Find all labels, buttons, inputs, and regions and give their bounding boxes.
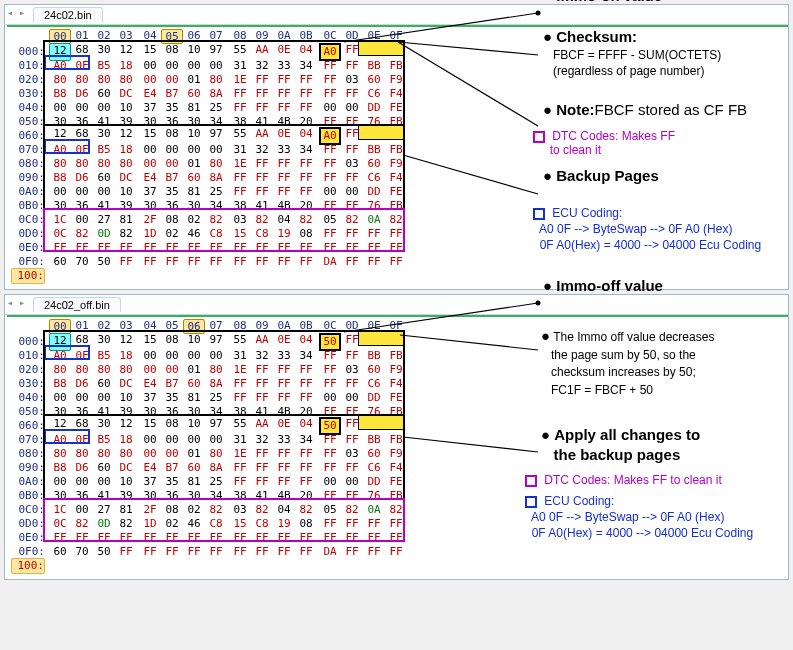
hex-byte[interactable]: FF — [319, 157, 341, 171]
hex-byte[interactable]: 1D — [139, 517, 161, 531]
hex-byte[interactable]: FF — [295, 255, 317, 269]
hex-byte[interactable]: E4 — [139, 171, 161, 185]
hex-byte[interactable]: FF — [295, 157, 317, 171]
hex-byte[interactable]: 1E — [229, 157, 251, 171]
hex-byte[interactable]: C8 — [205, 517, 227, 531]
hex-byte[interactable]: 82 — [205, 213, 227, 227]
hex-byte[interactable]: 20 — [295, 199, 317, 213]
hex-byte[interactable]: FF — [341, 227, 363, 241]
hex-byte[interactable]: 03 — [341, 447, 363, 461]
hex-byte[interactable]: 25 — [205, 101, 227, 115]
hex-byte[interactable]: 03 — [341, 73, 363, 87]
hex-byte[interactable]: FF — [363, 227, 385, 241]
hex-byte[interactable]: 08 — [295, 517, 317, 531]
hex-byte[interactable]: 08 — [161, 503, 183, 517]
hex-byte[interactable]: B7 — [161, 461, 183, 475]
hex-byte[interactable]: 34 — [295, 349, 317, 363]
hex-byte[interactable]: 39 — [115, 199, 137, 213]
hex-byte[interactable]: FF — [341, 461, 363, 475]
hex-byte[interactable]: FF — [49, 531, 71, 545]
hex-byte[interactable]: B7 — [161, 171, 183, 185]
hex-byte[interactable]: B7 — [161, 87, 183, 101]
hex-byte[interactable]: FB — [385, 489, 407, 503]
hex-byte[interactable]: A0 — [49, 143, 71, 157]
hex-byte[interactable]: FF — [139, 531, 161, 545]
hex-byte[interactable]: 4B — [273, 199, 295, 213]
hex-byte[interactable]: FF — [295, 363, 317, 377]
hex-byte[interactable]: 00 — [205, 143, 227, 157]
hex-byte[interactable]: 76 — [363, 199, 385, 213]
hex-byte[interactable]: 00 — [139, 447, 161, 461]
hex-byte[interactable]: FF — [273, 157, 295, 171]
hex-byte[interactable]: E4 — [139, 461, 161, 475]
hex-byte[interactable]: FF — [251, 475, 273, 489]
hex-byte[interactable]: 8A — [205, 461, 227, 475]
hex-byte[interactable]: 20 — [295, 489, 317, 503]
hex-byte[interactable]: 80 — [205, 363, 227, 377]
hex-byte[interactable]: FF — [251, 171, 273, 185]
tab-scroll-arrows[interactable]: ◂ ▸ — [7, 7, 25, 18]
hex-byte[interactable]: FF — [93, 531, 115, 545]
hex-byte[interactable]: 00 — [183, 349, 205, 363]
hex-byte[interactable]: FF — [385, 517, 407, 531]
hex-byte[interactable]: FF — [251, 101, 273, 115]
hex-byte[interactable]: 82 — [251, 213, 273, 227]
hex-byte[interactable]: FF — [341, 531, 363, 545]
hex-byte[interactable]: 03 — [341, 157, 363, 171]
hex-byte[interactable]: 80 — [115, 447, 137, 461]
hex-byte[interactable]: 0A — [363, 503, 385, 517]
hex-byte[interactable]: A0 — [49, 433, 71, 447]
hex-byte[interactable]: 81 — [183, 101, 205, 115]
hex-byte[interactable]: 34 — [295, 59, 317, 73]
hex-byte[interactable]: FF — [229, 475, 251, 489]
hex-byte[interactable]: DC — [115, 377, 137, 391]
hex-byte[interactable]: 82 — [251, 503, 273, 517]
hex-byte[interactable]: 00 — [161, 157, 183, 171]
hex-byte[interactable]: FF — [273, 531, 295, 545]
hex-byte[interactable]: FF — [341, 87, 363, 101]
hex-byte[interactable]: D6 — [71, 171, 93, 185]
hex-byte[interactable]: B5 — [93, 143, 115, 157]
hex-byte[interactable]: 30 — [139, 199, 161, 213]
hex-byte[interactable]: FF — [229, 87, 251, 101]
hex-byte[interactable]: C6 — [363, 171, 385, 185]
hex-byte[interactable]: 34 — [295, 143, 317, 157]
hex-byte[interactable]: FF — [341, 433, 363, 447]
hex-byte[interactable]: FF — [319, 349, 341, 363]
hex-byte[interactable]: FF — [319, 87, 341, 101]
hex-byte[interactable]: 19 — [273, 517, 295, 531]
hex-byte[interactable]: 18 — [115, 433, 137, 447]
hex-byte[interactable]: B5 — [93, 433, 115, 447]
hex-byte[interactable]: A0 — [49, 59, 71, 73]
hex-byte[interactable]: FF — [251, 73, 273, 87]
hex-byte[interactable]: FF — [273, 255, 295, 269]
hex-byte[interactable]: B7 — [161, 377, 183, 391]
hex-byte[interactable]: 37 — [139, 391, 161, 405]
hex-byte[interactable]: FF — [341, 199, 363, 213]
hex-byte[interactable]: FF — [341, 489, 363, 503]
hex-byte[interactable]: FF — [183, 531, 205, 545]
hex-byte[interactable]: FB — [385, 59, 407, 73]
hex-byte[interactable]: C6 — [363, 461, 385, 475]
hex-byte[interactable]: FF — [251, 461, 273, 475]
hex-byte[interactable]: 80 — [71, 447, 93, 461]
hex-byte[interactable]: FF — [183, 545, 205, 559]
hex-byte[interactable]: FF — [295, 171, 317, 185]
hex-byte[interactable]: 00 — [71, 391, 93, 405]
hex-byte[interactable]: FF — [341, 545, 363, 559]
hex-byte[interactable]: F4 — [385, 377, 407, 391]
hex-byte[interactable]: 80 — [93, 73, 115, 87]
hex-byte[interactable]: 03 — [229, 213, 251, 227]
hex-byte[interactable]: 19 — [273, 227, 295, 241]
hex-byte[interactable]: 33 — [273, 349, 295, 363]
hex-byte[interactable]: 37 — [139, 185, 161, 199]
hex-byte[interactable]: 80 — [49, 363, 71, 377]
hex-byte[interactable]: 80 — [49, 73, 71, 87]
hex-byte[interactable]: FF — [341, 377, 363, 391]
hex-byte[interactable]: 01 — [183, 447, 205, 461]
hex-byte[interactable]: D6 — [71, 377, 93, 391]
hex-byte[interactable]: 37 — [139, 475, 161, 489]
hex-byte[interactable]: FF — [251, 531, 273, 545]
hex-byte[interactable]: FF — [229, 377, 251, 391]
hex-byte[interactable]: 1C — [49, 213, 71, 227]
